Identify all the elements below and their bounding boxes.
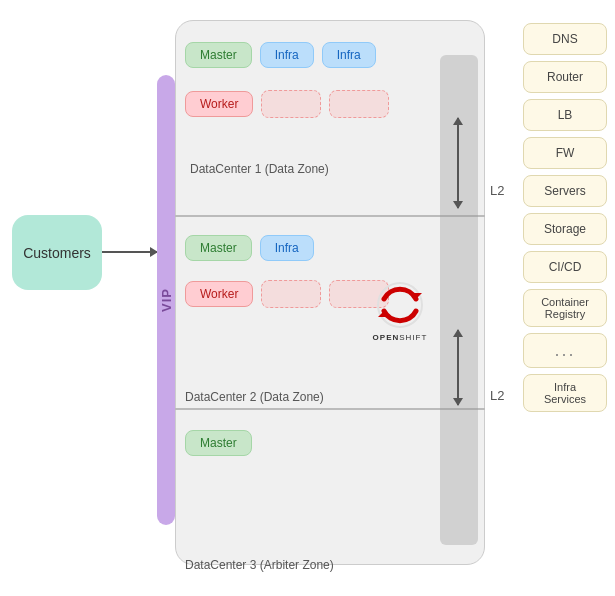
vip-bar: VIP [157,75,175,525]
dc1-master-node: Master [185,42,252,68]
dc2-worker-ghost-1 [261,280,321,308]
service-dns: DNS [523,23,607,55]
dc3-master-node: Master [185,430,252,456]
service-container-registry: Container Registry [523,289,607,327]
dc2-infra-node: Infra [260,235,314,261]
openshift-text-light: SHIFT [399,333,427,342]
l2-label-1: L2 [490,183,504,198]
service-storage: Storage [523,213,607,245]
customers-box: Customers [12,215,102,290]
dc2-row1: Master Infra [185,235,314,261]
dc1-workers-row: Worker [185,90,389,118]
service-router: Router [523,61,607,93]
dc-divider-2 [175,408,485,410]
dc1-worker-node: Worker [185,91,253,117]
service-infra-services: Infra Services [523,374,607,412]
vip-label: VIP [159,288,174,312]
dc3-row1: Master [185,430,252,456]
l2-column [440,55,478,545]
service-fw: FW [523,137,607,169]
l2-arrow-2 [457,330,459,405]
dc3-label: DataCenter 3 (Arbiter Zone) [185,558,334,572]
dc2-master-node: Master [185,235,252,261]
l2-arrow-1 [457,118,459,208]
diagram-container: Customers VIP Master Infra Infra Worker … [0,0,615,596]
openshift-text: OPENSHIFT [373,333,428,342]
service-cicd: CI/CD [523,251,607,283]
l2-label-2: L2 [490,388,504,403]
service-lb: LB [523,99,607,131]
dc2-workers-row: Worker [185,280,389,308]
dc-divider-1 [175,215,485,217]
service-servers: Servers [523,175,607,207]
openshift-logo: OPENSHIFT [365,275,435,345]
dc1-infra-node-2: Infra [322,42,376,68]
right-panel: DNS Router LB FW Servers Storage CI/CD C… [515,15,615,420]
customers-label: Customers [23,245,91,261]
dc2-worker-node: Worker [185,281,253,307]
dc1-infra-node-1: Infra [260,42,314,68]
customers-to-vip-arrow [102,251,157,253]
service-dots: ... [523,333,607,368]
openshift-svg [374,279,426,331]
dc1-worker-ghost-1 [261,90,321,118]
dc1-worker-ghost-2 [329,90,389,118]
dc2-label: DataCenter 2 (Data Zone) [185,390,324,404]
openshift-text-bold: OPEN [373,333,400,342]
dc1-label: DataCenter 1 (Data Zone) [190,162,329,176]
dc1-row1: Master Infra Infra [185,42,376,68]
